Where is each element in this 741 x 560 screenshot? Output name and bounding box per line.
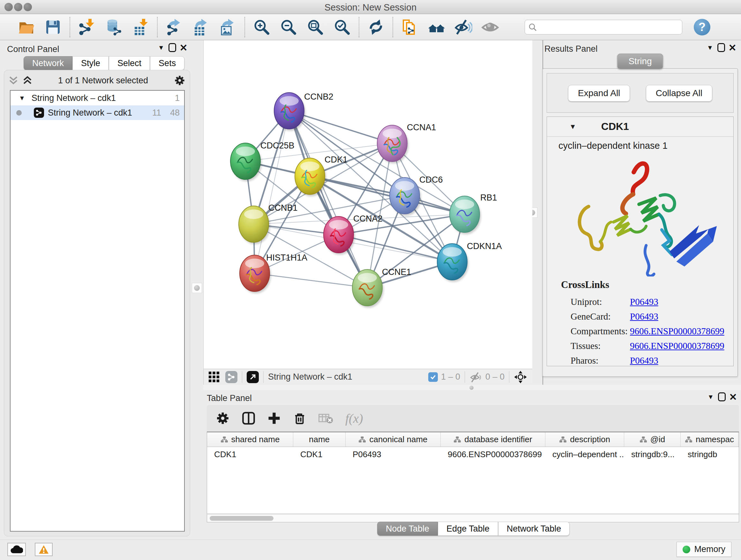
network-node-CDKN1A[interactable]: CDKN1A — [437, 241, 502, 282]
network-node-CDC6[interactable]: CDC6 — [390, 175, 443, 216]
network-options-gear-icon[interactable] — [174, 75, 185, 86]
import-table-icon[interactable] — [131, 18, 149, 36]
network-node-HIST1H1A[interactable]: HIST1H1A — [240, 253, 307, 294]
column-header-name[interactable]: name — [293, 432, 346, 447]
export-network-icon[interactable] — [165, 18, 183, 36]
clone-network-icon[interactable] — [401, 18, 419, 36]
network-node-CCNB2[interactable]: CCNB2 — [274, 92, 333, 131]
network-node-RB1[interactable]: RB1 — [450, 193, 497, 234]
add-column-icon[interactable] — [267, 412, 281, 425]
close-panel-icon[interactable]: ✕ — [728, 392, 738, 401]
column-header-@id[interactable]: @id — [624, 432, 681, 447]
tab-node-table[interactable]: Node Table — [377, 522, 438, 536]
float-panel-icon[interactable] — [718, 43, 725, 52]
table-horizontal-scrollbar[interactable] — [207, 514, 739, 522]
share-icon[interactable] — [225, 371, 238, 383]
expand-all-button[interactable]: Expand All — [568, 85, 630, 102]
section-expander-icon[interactable]: ▼ — [569, 123, 576, 131]
network-view-canvas[interactable]: CCNB2 CCNA1 CDC25B CDK1 CDC6 RB1 CCNB1 — [203, 40, 532, 369]
tab-string[interactable]: String — [617, 54, 663, 69]
scrollbar-thumb[interactable] — [210, 516, 273, 521]
gear-icon[interactable] — [216, 411, 230, 425]
refresh-icon[interactable] — [367, 18, 385, 36]
import-database-icon[interactable] — [105, 18, 123, 36]
column-header-database-identifier[interactable]: database identifier — [441, 432, 545, 447]
tree-expander-icon[interactable]: ▼ — [19, 95, 25, 102]
grid-icon[interactable] — [208, 371, 220, 383]
column-header-shared-name[interactable]: shared name — [207, 432, 293, 447]
help-button[interactable]: ? — [694, 19, 711, 36]
export-table-icon[interactable] — [192, 18, 210, 36]
node-label-CDC25B: CDC25B — [260, 141, 294, 150]
search-box[interactable] — [525, 20, 682, 35]
delete-column-icon[interactable] — [293, 412, 307, 425]
crosslink-row: Tissues:9606.ENSP00000378699 — [570, 338, 727, 353]
network-node-CCNB1[interactable]: CCNB1 — [239, 203, 298, 244]
panel-menu-icon[interactable]: ▼ — [705, 392, 716, 401]
import-network-icon[interactable] — [78, 18, 96, 36]
table-row[interactable]: CDK1CDK1P064939606.ENSP00000378699cyclin… — [207, 447, 739, 462]
network-node-CCNE1[interactable]: CCNE1 — [352, 267, 411, 308]
network-node-CDK1[interactable]: CDK1 — [295, 155, 347, 196]
split-columns-icon[interactable] — [242, 412, 255, 425]
crosslink-link[interactable]: P06493 — [630, 297, 658, 307]
delete-table-icon[interactable] — [319, 412, 333, 425]
selected-checkbox[interactable] — [428, 372, 438, 382]
node-label-CDC6: CDC6 — [419, 175, 443, 185]
memory-button[interactable]: Memory — [677, 542, 731, 557]
column-header-canonical-name[interactable]: canonical name — [346, 432, 441, 447]
expand-all-networks-icon[interactable] — [23, 76, 32, 85]
tab-network[interactable]: Network — [23, 56, 72, 70]
float-panel-icon[interactable] — [718, 392, 726, 401]
column-header-description[interactable]: description — [545, 432, 624, 447]
crosslink-link[interactable]: P06493 — [630, 311, 658, 322]
network-node-CDC25B[interactable]: CDC25B — [230, 141, 294, 181]
node-count: 11 — [152, 108, 161, 118]
tab-sets[interactable]: Sets — [150, 56, 185, 70]
tab-edge-table[interactable]: Edge Table — [438, 522, 498, 536]
network-collection-row[interactable]: ▼ String Network – cdk1 1 — [10, 91, 184, 105]
edge-CCNE1-HIST1H1A[interactable] — [255, 273, 367, 288]
zoom-out-icon[interactable] — [280, 18, 297, 36]
home-networks-icon[interactable] — [428, 18, 446, 36]
network-selection-status: 1 of 1 Network selected — [32, 76, 174, 85]
cloud-button[interactable] — [7, 543, 26, 556]
zoom-fit-icon[interactable] — [307, 18, 324, 36]
hide-graphics-icon[interactable] — [455, 18, 472, 36]
collapse-all-networks-icon[interactable] — [9, 76, 18, 85]
panel-menu-icon[interactable]: ▼ — [704, 43, 716, 52]
zoom-selected-icon[interactable] — [333, 18, 351, 36]
float-panel-icon[interactable] — [169, 43, 176, 52]
zoom-in-icon[interactable] — [253, 18, 271, 36]
hidden-eye-icon[interactable] — [469, 371, 482, 383]
tab-network-table[interactable]: Network Table — [498, 522, 570, 536]
crosslink-link[interactable]: P06493 — [630, 355, 658, 366]
network-tree: ▼ String Network – cdk1 1 String Network… — [10, 90, 185, 532]
warnings-button[interactable] — [35, 543, 53, 556]
crosslink-row: Compartments:9606.ENSP00000378699 — [570, 324, 727, 338]
save-session-icon[interactable] — [44, 18, 62, 36]
network-row[interactable]: String Network – cdk1 11 48 — [10, 105, 184, 120]
gene-section-header[interactable]: ▼ CDK1 — [547, 117, 733, 137]
table-toolbar: f(x) — [207, 405, 739, 432]
table-panel: Table Panel ▼ ✕ f(x) sha — [203, 390, 741, 540]
gray-eye-icon[interactable] — [481, 18, 499, 36]
crosslink-link[interactable]: 9606.ENSP00000378699 — [630, 326, 724, 336]
node-label-CCNA2: CCNA2 — [353, 214, 383, 224]
collapse-all-button[interactable]: Collapse All — [646, 85, 712, 102]
left-splitter-handle[interactable] — [192, 283, 202, 293]
close-panel-icon[interactable]: ✕ — [178, 43, 189, 52]
crosslink-label: GeneCard: — [570, 311, 630, 322]
crosshair-icon[interactable] — [514, 370, 527, 384]
export-image-icon[interactable] — [219, 18, 237, 36]
panel-menu-icon[interactable]: ▼ — [156, 43, 166, 52]
close-panel-icon[interactable]: ✕ — [727, 43, 738, 52]
tab-select[interactable]: Select — [109, 56, 150, 70]
open-in-new-icon[interactable] — [247, 371, 259, 383]
column-header-namespac[interactable]: namespac — [681, 432, 738, 447]
crosslink-link[interactable]: 9606.ENSP00000378699 — [630, 341, 724, 351]
tab-style[interactable]: Style — [72, 56, 109, 70]
search-input[interactable] — [537, 21, 679, 34]
function-builder-icon[interactable]: f(x) — [345, 411, 363, 426]
open-session-icon[interactable] — [17, 18, 35, 36]
